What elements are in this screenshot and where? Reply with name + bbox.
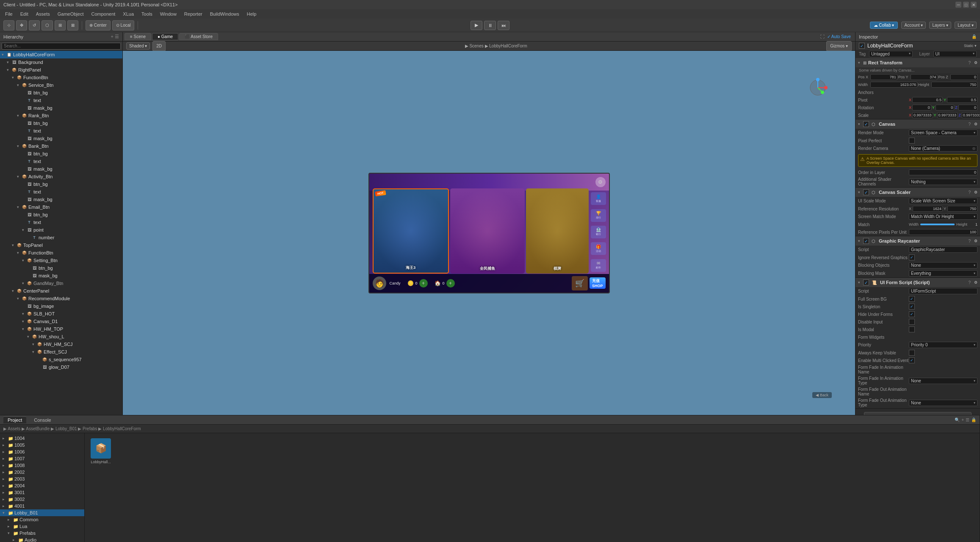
hierarchy-item-canvas-d1[interactable]: ▾ 📦 Canvas_D1 xyxy=(0,318,122,325)
tool-hand[interactable]: ⊹ xyxy=(3,20,14,30)
object-enabled-checkbox[interactable]: ✓ xyxy=(859,43,865,49)
enable-multi-clicked-checkbox[interactable]: ✓ xyxy=(909,357,915,363)
add-house-btn[interactable]: + xyxy=(446,279,455,288)
menu-reporter[interactable]: Reporter xyxy=(181,11,206,17)
hierarchy-item-s-sequence957[interactable]: 📦 s_sequence957 xyxy=(0,356,122,363)
2d-button[interactable]: 2D xyxy=(152,41,166,51)
screen-match-dropdown[interactable]: Match Width Or Height ▾ xyxy=(909,213,977,220)
hierarchy-item-rightpanel[interactable]: ▾ 📦 RightPanel xyxy=(0,66,122,74)
hierarchy-item-effect-scj[interactable]: ▾ 📦 Effect_SCJ xyxy=(0,348,122,356)
gizmos-button[interactable]: Gizmos ▾ xyxy=(826,41,852,51)
hierarchy-item-mask-bg-1[interactable]: 🖼 mask_bg xyxy=(0,104,122,112)
back-button[interactable]: ◀ Back xyxy=(812,392,832,398)
recharge-button[interactable]: 充值SHOP xyxy=(590,277,606,289)
hide-under-checkbox[interactable]: ✓ xyxy=(909,311,915,317)
hierarchy-item-lobbyhallcoreform[interactable]: ▾ 📋 LobbyHallCoreForm xyxy=(0,51,122,58)
scale-z-field[interactable]: 0.9973333 xyxy=(962,112,980,118)
always-keep-visible-checkbox[interactable] xyxy=(909,350,915,356)
rect-transform-info[interactable]: ? xyxy=(968,61,971,65)
hierarchy-item-text-5[interactable]: T text xyxy=(0,218,122,226)
hierarchy-item-recommendmodule[interactable]: ▾ 📦 RecommendModule xyxy=(0,295,122,302)
hierarchy-item-bg-image[interactable]: 🖼 bg_image xyxy=(0,302,122,310)
asset-lobbyhallcoreform[interactable]: 📦 LobbyHall... xyxy=(88,437,114,466)
project-add-btn[interactable]: + xyxy=(961,418,964,422)
pt-item-3002[interactable]: ▸📁3002 xyxy=(0,496,84,503)
is-singleton-checkbox[interactable]: ✓ xyxy=(909,304,915,310)
hierarchy-item-btn-bg-2[interactable]: 🖼 btn_bg xyxy=(0,119,122,127)
hierarchy-item-btn-bg-6[interactable]: 🖼 btn_bg xyxy=(0,264,122,272)
pos-x-field[interactable]: 781 xyxy=(870,74,897,80)
ui-form-script-info[interactable]: ? xyxy=(968,280,971,285)
hierarchy-item-mask-bg-6[interactable]: 🖼 mask_bg xyxy=(0,272,122,279)
hierarchy-item-point[interactable]: ▾ 🖼 point xyxy=(0,226,122,234)
hierarchy-item-centerpanel[interactable]: ▾ 📦 CenterPanel xyxy=(0,287,122,295)
pivot-x-field[interactable]: 0.5 xyxy=(912,97,943,103)
hierarchy-item-gandmay-btn[interactable]: ▾ 📦 GandMay_Btn xyxy=(0,279,122,287)
pt-item-1008[interactable]: ▸📁1008 xyxy=(0,462,84,469)
hierarchy-item-btn-bg-3[interactable]: 🖼 btn_bg xyxy=(0,150,122,158)
width-field[interactable]: 1623.076 xyxy=(870,82,917,88)
pivot-y-field[interactable]: 0.5 xyxy=(947,97,977,103)
hierarchy-item-service-btn[interactable]: ▾ 📦 Service_Btn xyxy=(0,81,122,89)
hierarchy-item-text-3[interactable]: T text xyxy=(0,158,122,165)
height-field[interactable]: 750 xyxy=(931,82,977,88)
order-in-layer-field[interactable]: 0 xyxy=(909,169,977,175)
pt-item-2002[interactable]: ▸📁2002 xyxy=(0,469,84,476)
hierarchy-item-text-1[interactable]: T text xyxy=(0,97,122,104)
right-icon-3[interactable]: 🏦 银行 xyxy=(591,226,606,238)
hierarchy-item-toppanel[interactable]: ▾ 📦 TopPanel xyxy=(0,241,122,249)
pt-item-lua[interactable]: ▸📁Lua xyxy=(0,523,84,530)
project-search-icon[interactable]: 🔍 xyxy=(955,418,960,422)
graphic-raycaster-enabled-checkbox[interactable]: ✓ xyxy=(863,238,869,244)
right-icon-2[interactable]: 🏆 排行 xyxy=(591,209,606,222)
scene-tab-game[interactable]: ● Game xyxy=(152,33,178,40)
pt-item-4001[interactable]: ▸📁4001 xyxy=(0,503,84,509)
disable-input-checkbox[interactable] xyxy=(909,319,915,325)
right-icon-5[interactable]: ✉ 邮件 xyxy=(591,259,606,272)
tab-project[interactable]: Project xyxy=(3,416,26,423)
ui-script-field[interactable]: UIFormScript xyxy=(909,288,977,294)
menu-window[interactable]: Window xyxy=(157,11,180,17)
ref-res-x-field[interactable]: 1624 xyxy=(913,206,943,212)
layout-dropdown[interactable]: Layout ▾ xyxy=(955,22,977,29)
shop-icon[interactable]: 🛒 xyxy=(572,276,588,290)
hierarchy-item-text-4[interactable]: T text xyxy=(0,188,122,196)
hierarchy-item-email-btn[interactable]: ▾ 📦 Email_Btn xyxy=(0,203,122,211)
inspector-lock-icon[interactable]: 🔒 xyxy=(972,34,977,39)
rot-y-field[interactable]: 0 xyxy=(936,105,955,111)
right-icon-4[interactable]: 🎁 活动 xyxy=(591,242,606,255)
tool-move[interactable]: ✥ xyxy=(16,20,27,30)
add-gold-btn[interactable]: + xyxy=(419,279,428,288)
hierarchy-item-text-2[interactable]: T text xyxy=(0,127,122,135)
play-button[interactable]: ▶ xyxy=(471,21,482,30)
pause-button[interactable]: ⏸ xyxy=(484,21,496,30)
ui-form-script-enabled-checkbox[interactable]: ✓ xyxy=(863,279,869,285)
layer-dropdown[interactable]: UI ▾ xyxy=(933,51,977,57)
render-camera-dropdown[interactable]: None (Camera) ◎ xyxy=(909,145,977,152)
full-screen-checkbox[interactable]: ✓ xyxy=(909,296,915,302)
menu-xlua[interactable]: XLua xyxy=(119,11,137,17)
canvas-scaler-enabled-checkbox[interactable]: ✓ xyxy=(863,189,869,195)
close-button[interactable]: ✕ xyxy=(971,2,977,8)
project-lock-btn[interactable]: 🔒 xyxy=(971,418,976,422)
rot-x-field[interactable]: 0 xyxy=(912,105,931,111)
menu-help[interactable]: Help xyxy=(244,11,260,17)
ref-pixels-field[interactable]: 100 xyxy=(909,229,977,235)
pt-item-prefabs[interactable]: ▾📁Prefabs xyxy=(0,530,84,536)
is-modal-checkbox[interactable] xyxy=(909,326,915,332)
pt-item-1006[interactable]: ▸📁1006 xyxy=(0,448,84,455)
add-component-button[interactable]: Add Component xyxy=(864,412,972,415)
scene-tab-asset-store[interactable]: ⬛ Asset Store xyxy=(179,33,218,40)
blocking-mask-dropdown[interactable]: Everything ▾ xyxy=(909,270,977,277)
pivot-center-button[interactable]: ⊕ Center xyxy=(86,20,111,30)
hierarchy-item-hw-hm-top[interactable]: ▾ 📦 HW_HM_TOP xyxy=(0,325,122,333)
tool-transform[interactable]: ⊠ xyxy=(67,20,78,30)
hierarchy-item-glow-d07[interactable]: 🖼 glow_D07 xyxy=(0,363,122,371)
canvas-scaler-header[interactable]: ▾ ✓ ⬡ Canvas Scaler ? ⚙ xyxy=(855,188,980,197)
ui-form-script-header[interactable]: ▾ ✓ 📜 UI Form Script (Script) ? ⚙ xyxy=(855,278,980,287)
menu-edit[interactable]: Edit xyxy=(17,11,32,17)
hierarchy-item-btn-bg-5[interactable]: 🖼 btn_bg xyxy=(0,211,122,218)
menu-buildwindows[interactable]: BuildWindows xyxy=(207,11,243,17)
static-badge[interactable]: Static ▾ xyxy=(964,44,977,48)
ui-form-script-settings[interactable]: ⚙ xyxy=(974,280,977,285)
